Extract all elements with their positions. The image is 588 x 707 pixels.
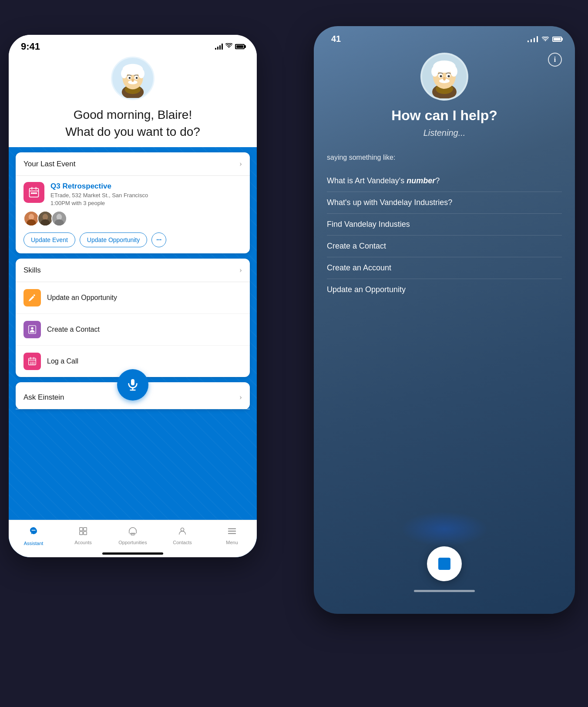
- event-location: ETrade, 532 Market St., San Francisco: [50, 192, 242, 199]
- skills-title: Skills: [24, 266, 41, 275]
- skill-item-opportunity[interactable]: Update an Opportunity: [16, 282, 250, 314]
- suggestion-create-account[interactable]: Create an Account: [327, 257, 562, 279]
- suggestion-text-6: Update an Opportunity: [327, 285, 406, 294]
- action-buttons: Update Event Update Opportunity ···: [24, 232, 242, 247]
- skills-header[interactable]: Skills ›: [16, 259, 250, 282]
- attendee-avatar-2: [37, 211, 53, 226]
- nav-assistant[interactable]: Assistant: [9, 524, 58, 549]
- svg-point-45: [33, 530, 34, 531]
- event-row: Q3 Retrospective ETrade, 532 Market St.,…: [24, 182, 242, 206]
- right-avatar: [420, 53, 468, 101]
- event-calendar-icon: [24, 182, 44, 203]
- svg-point-24: [43, 214, 48, 220]
- skill-contact-label: Create a Contact: [47, 326, 100, 333]
- attendee-avatar-3: [51, 211, 67, 226]
- svg-rect-39: [32, 364, 33, 364]
- event-content: Q3 Retrospective ETrade, 532 Market St.,…: [16, 176, 250, 253]
- svg-point-12: [131, 79, 134, 82]
- suggestion-vandelay-number[interactable]: What is Art Vandelay's number?: [327, 170, 562, 192]
- suggestion-create-contact[interactable]: Create a Contact: [327, 236, 562, 257]
- greeting-line2: What do you want to do?: [65, 123, 200, 140]
- nav-opportunities[interactable]: Opportunities: [108, 524, 158, 549]
- nav-menu[interactable]: Menu: [207, 524, 257, 549]
- svg-point-10: [129, 77, 131, 79]
- right-signal-icon: [527, 36, 538, 42]
- svg-point-52: [181, 528, 184, 531]
- suggestion-text-5: Create an Account: [327, 263, 391, 272]
- svg-point-68: [448, 75, 450, 77]
- right-bottom: [314, 503, 575, 614]
- event-time: 1:00PM with 3 people: [50, 200, 242, 206]
- avatar: [111, 57, 155, 100]
- stop-square-icon: [438, 558, 450, 570]
- right-status-bar: 41: [314, 26, 575, 44]
- svg-point-69: [443, 77, 446, 81]
- nav-opportunities-label: Opportunities: [118, 540, 147, 545]
- wifi-icon: [225, 43, 232, 50]
- skill-item-contact[interactable]: Create a Contact: [16, 314, 250, 346]
- suggestion-text-1: What is Art Vandelay's number?: [327, 176, 440, 185]
- skills-card: Skills › Update an Opportunity: [16, 259, 250, 377]
- event-name: Q3 Retrospective: [50, 182, 242, 191]
- nav-contacts-label: Contacts: [173, 540, 192, 545]
- signal-icon: [215, 44, 223, 50]
- assistant-icon: [28, 526, 39, 539]
- right-phone: 41 i: [314, 26, 575, 614]
- svg-point-11: [136, 77, 138, 79]
- listening-status: Listening...: [423, 128, 466, 138]
- accounts-icon: [78, 526, 88, 538]
- attendees-avatars: [24, 211, 242, 226]
- info-button[interactable]: i: [548, 53, 562, 67]
- update-event-button[interactable]: Update Event: [24, 232, 75, 247]
- svg-rect-18: [33, 192, 35, 194]
- left-status-icons: [215, 43, 245, 50]
- skill-call-label: Log a Call: [47, 357, 78, 365]
- stop-button[interactable]: [427, 546, 462, 581]
- suggestion-update-opportunity[interactable]: Update an Opportunity: [327, 279, 562, 300]
- svg-rect-19: [35, 192, 37, 194]
- svg-rect-36: [32, 362, 33, 363]
- mic-button[interactable]: [117, 369, 148, 401]
- update-opportunity-button[interactable]: Update Opportunity: [80, 232, 147, 247]
- opportunities-icon: [128, 526, 138, 538]
- svg-rect-47: [80, 528, 83, 531]
- nav-menu-label: Menu: [226, 540, 238, 545]
- attendee-avatar-1: [24, 211, 39, 226]
- svg-rect-38: [30, 364, 31, 364]
- skill-opportunity-label: Update an Opportunity: [47, 294, 117, 302]
- nav-accounts-label: Acounts: [74, 540, 92, 545]
- svg-rect-49: [80, 532, 83, 535]
- right-header: i How can I help? Listen: [314, 44, 575, 145]
- blue-background: Your Last Event ›: [9, 147, 257, 557]
- svg-rect-50: [84, 532, 87, 535]
- greeting-section: Good morning, Blaire! What do you want t…: [9, 52, 257, 147]
- right-battery-icon: [552, 37, 562, 42]
- last-event-header[interactable]: Your Last Event ›: [16, 152, 250, 176]
- svg-rect-37: [34, 362, 35, 363]
- skills-chevron-icon: ›: [239, 266, 242, 275]
- svg-rect-41: [131, 379, 134, 386]
- right-home-indicator: [414, 590, 475, 592]
- suggestion-find-vandelay[interactable]: Find Vandelay Industies: [327, 214, 562, 236]
- last-event-title: Your Last Event: [24, 160, 75, 168]
- ask-einstein-card: Ask Einstein ›: [16, 382, 250, 409]
- nav-assistant-label: Assistant: [24, 541, 44, 546]
- skill-opportunity-icon: [24, 289, 41, 306]
- svg-point-5: [121, 69, 127, 78]
- svg-rect-17: [31, 192, 33, 194]
- right-wifi-icon: [542, 37, 549, 42]
- battery-icon: [235, 44, 245, 49]
- cards-area: Your Last Event ›: [9, 147, 257, 414]
- svg-rect-51: [131, 534, 134, 535]
- svg-point-21: [29, 214, 34, 220]
- suggestions-area: saying something like: What is Art Vande…: [314, 145, 575, 503]
- ask-einstein-title: Ask Einstein: [24, 393, 64, 402]
- right-einstein-avatar: [423, 55, 466, 98]
- bottom-nav: Assistant Acounts Opportuni: [9, 520, 257, 557]
- more-options-button[interactable]: ···: [151, 232, 166, 247]
- left-status-bar: 9:41: [9, 35, 257, 52]
- nav-contacts[interactable]: Contacts: [158, 524, 207, 549]
- left-phone: 9:41: [9, 35, 257, 557]
- suggestion-whats-up-vandelay[interactable]: What's up with Vandelay Industries?: [327, 192, 562, 214]
- nav-accounts[interactable]: Acounts: [58, 524, 108, 549]
